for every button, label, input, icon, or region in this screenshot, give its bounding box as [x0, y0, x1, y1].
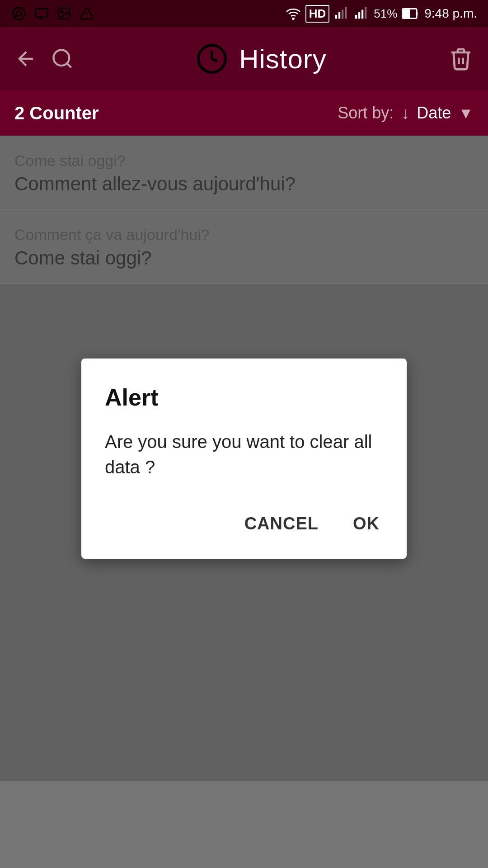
trash-icon: [448, 46, 474, 71]
svg-rect-1: [36, 9, 48, 17]
battery-icon: [402, 6, 420, 21]
alert-title: Alert: [105, 384, 383, 411]
status-icons-right: HD 51% 9:48 p.m.: [286, 5, 477, 23]
alert-actions: CANCEL OK: [105, 507, 383, 541]
sort-controls[interactable]: Sort by: ↓ Date ▼: [338, 104, 474, 123]
content-area: Come stai oggi? Comment allez-vous aujou…: [0, 136, 488, 781]
clock-icon: [196, 42, 228, 75]
status-bar: HD 51% 9:48 p.m.: [0, 0, 488, 27]
hotspot-icon: [286, 6, 301, 21]
svg-rect-11: [355, 15, 357, 19]
signal2-icon: [354, 6, 369, 21]
svg-point-6: [292, 18, 294, 19]
delete-button[interactable]: [448, 46, 474, 71]
search-button[interactable]: [51, 47, 74, 71]
svg-rect-14: [365, 7, 366, 19]
warning-icon: [79, 5, 95, 22]
app-bar-title-container: History: [87, 42, 436, 75]
sort-dropdown-icon[interactable]: ▼: [458, 104, 474, 122]
svg-rect-9: [342, 10, 343, 19]
back-button[interactable]: [14, 47, 38, 71]
alert-message: Are you sure you want to clear all data …: [105, 429, 383, 480]
counter-text: 2 Counter: [14, 103, 338, 123]
svg-rect-7: [335, 15, 337, 19]
svg-rect-16: [403, 9, 410, 18]
sub-header: 2 Counter Sort by: ↓ Date ▼: [0, 90, 488, 136]
app-bar: History: [0, 27, 488, 90]
status-icons-left: [11, 5, 95, 22]
sort-value: Date: [417, 104, 451, 123]
svg-rect-8: [338, 12, 340, 19]
svg-rect-12: [358, 12, 360, 19]
svg-rect-10: [345, 7, 347, 19]
time-display: 9:48 p.m.: [424, 6, 477, 21]
sort-direction-icon: ↓: [401, 104, 409, 123]
hd-badge: HD: [305, 5, 330, 23]
sort-label: Sort by:: [338, 104, 394, 123]
message-icon: [33, 5, 50, 22]
image-icon: [56, 5, 72, 22]
cancel-button[interactable]: CANCEL: [241, 507, 322, 541]
page-title: History: [239, 43, 327, 75]
svg-point-17: [54, 50, 70, 66]
ok-button[interactable]: OK: [349, 507, 383, 541]
whatsapp-icon: [11, 5, 27, 22]
signal1-icon: [334, 6, 349, 21]
modal-overlay: Alert Are you sure you want to clear all…: [0, 136, 488, 781]
svg-rect-13: [361, 10, 363, 19]
svg-point-3: [61, 10, 63, 12]
battery-percent: 51%: [374, 7, 397, 21]
alert-dialog: Alert Are you sure you want to clear all…: [81, 359, 407, 559]
svg-point-0: [13, 8, 25, 20]
